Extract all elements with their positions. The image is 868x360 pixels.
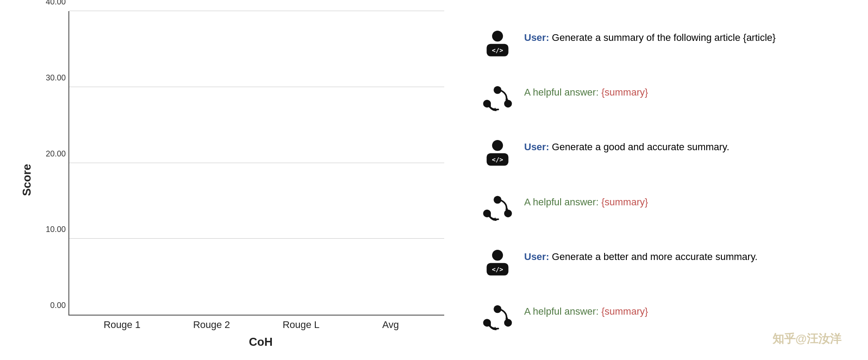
gpt-icon: GPT bbox=[482, 82, 513, 113]
svg-text:GPT: GPT bbox=[492, 320, 502, 326]
right-panel: </> User: Generate a summary of the foll… bbox=[453, 9, 850, 351]
user-icon: </> bbox=[482, 137, 513, 168]
gpt-icon-wrap: GPT bbox=[480, 301, 515, 332]
x-label: Rouge 2 bbox=[176, 319, 247, 331]
user-icon-wrap: </> bbox=[480, 247, 515, 278]
x-axis-title: CoH bbox=[68, 335, 453, 349]
gpt-icon: GPT bbox=[482, 301, 513, 332]
svg-point-3 bbox=[494, 86, 502, 94]
user-message: Generate a good and accurate summary. bbox=[552, 141, 729, 152]
gpt-highlight: {summary} bbox=[601, 87, 648, 98]
svg-text:</>: </> bbox=[492, 156, 503, 163]
y-tick-label: 10.00 bbox=[46, 225, 66, 234]
gpt-label: A helpful answer: bbox=[524, 87, 601, 98]
conversation-item: </> User: Generate a good and accurate s… bbox=[480, 137, 841, 168]
svg-point-10 bbox=[492, 140, 503, 151]
conversation-item: </> User: Generate a summary of the foll… bbox=[480, 28, 841, 59]
conversation-item: GPT A helpful answer: {summary} bbox=[480, 192, 841, 223]
gpt-highlight: {summary} bbox=[601, 196, 648, 208]
gpt-text: A helpful answer: {summary} bbox=[524, 192, 648, 209]
svg-point-0 bbox=[492, 31, 503, 42]
user-icon: </> bbox=[482, 247, 513, 278]
x-labels: Rouge 1Rouge 2Rouge LAvg bbox=[68, 319, 444, 331]
y-tick-label: 30.00 bbox=[46, 73, 66, 82]
gpt-highlight: {summary} bbox=[601, 306, 648, 317]
user-label: User: bbox=[524, 141, 552, 152]
svg-point-14 bbox=[504, 209, 512, 217]
user-label: User: bbox=[524, 32, 552, 43]
chart-area: Score 0.0010.0020.0030.0040.00 Rouge 1Ro… bbox=[18, 11, 453, 349]
y-tick-label: 0.00 bbox=[50, 301, 66, 310]
user-icon-wrap: </> bbox=[480, 28, 515, 59]
y-tick-label: 40.00 bbox=[46, 0, 66, 7]
main-container: Score 0.0010.0020.0030.0040.00 Rouge 1Ro… bbox=[0, 0, 868, 360]
x-label: Rouge L bbox=[266, 319, 337, 331]
bar-groups bbox=[69, 11, 444, 315]
conversation-item: </> User: Generate a better and more acc… bbox=[480, 247, 841, 278]
svg-point-4 bbox=[504, 100, 512, 108]
x-label: Rouge 1 bbox=[87, 319, 158, 331]
x-label: Avg bbox=[355, 319, 426, 331]
gpt-label: A helpful answer: bbox=[524, 306, 601, 317]
gpt-label: A helpful answer: bbox=[524, 196, 601, 208]
svg-point-23 bbox=[494, 305, 502, 313]
gpt-icon-wrap: GPT bbox=[480, 82, 515, 113]
svg-text:GPT: GPT bbox=[492, 101, 502, 106]
svg-text:GPT: GPT bbox=[492, 211, 502, 216]
svg-text:</>: </> bbox=[492, 266, 503, 273]
conversation-item: GPT A helpful answer: {summary} bbox=[480, 301, 841, 332]
user-label: User: bbox=[524, 251, 552, 262]
conversation-item: GPT A helpful answer: {summary} bbox=[480, 82, 841, 113]
gpt-icon: GPT bbox=[482, 192, 513, 223]
svg-point-24 bbox=[504, 319, 512, 327]
user-text: User: Generate a good and accurate summa… bbox=[524, 137, 729, 154]
user-text: User: Generate a better and more accurat… bbox=[524, 247, 757, 264]
grid-area: 0.0010.0020.0030.0040.00 bbox=[68, 11, 444, 316]
user-message: Generate a better and more accurate summ… bbox=[552, 251, 757, 262]
y-tick-label: 20.00 bbox=[46, 149, 66, 158]
user-message: Generate a summary of the following arti… bbox=[552, 32, 776, 43]
gpt-text: A helpful answer: {summary} bbox=[524, 82, 648, 100]
user-icon-wrap: </> bbox=[480, 137, 515, 168]
chart-plot: 0.0010.0020.0030.0040.00 Rouge 1Rouge 2R… bbox=[37, 11, 453, 349]
svg-text:</>: </> bbox=[492, 47, 503, 54]
gpt-icon-wrap: GPT bbox=[480, 192, 515, 223]
user-text: User: Generate a summary of the followin… bbox=[524, 28, 776, 45]
gpt-text: A helpful answer: {summary} bbox=[524, 301, 648, 319]
y-axis-label: Score bbox=[18, 11, 36, 349]
svg-point-20 bbox=[492, 250, 503, 261]
user-icon: </> bbox=[482, 28, 513, 59]
svg-point-13 bbox=[494, 196, 502, 204]
